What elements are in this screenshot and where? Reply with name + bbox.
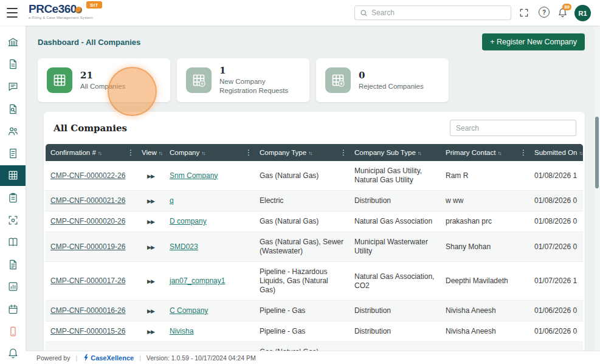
company-cell: Shany — [165, 342, 255, 351]
company-rejected-icon — [325, 67, 351, 93]
confirmation-link[interactable]: CMP-CNF-0000015-26 — [50, 327, 125, 335]
file-search-icon — [7, 103, 19, 115]
stat-card-all-companies[interactable]: 21 All Companies — [38, 58, 170, 102]
company-link[interactable]: Snm Company — [170, 171, 218, 180]
column-menu-icon[interactable]: ⋮ — [245, 148, 252, 157]
help-icon[interactable]: ? — [539, 7, 550, 18]
company-link[interactable]: SMD023 — [170, 242, 198, 251]
confirmation-link[interactable]: CMP-CNF-0000019-26 — [50, 242, 125, 251]
confirmation-cell: CMP-CNF-0000021-26 — [46, 191, 137, 211]
sidebar-item-chat[interactable] — [0, 76, 26, 97]
column-header-company-type[interactable]: Company Type↑↓⋮ — [255, 144, 350, 161]
company-sub-type-cell: Distribution — [350, 301, 441, 321]
sort-icon[interactable]: ↑↓ — [418, 150, 421, 156]
primary-contact-cell: Shany Primary Contact — [441, 342, 529, 351]
column-header-view[interactable]: View↑↓ — [137, 144, 165, 161]
chat-icon — [7, 81, 19, 92]
chart-icon — [7, 281, 19, 292]
submitted-on-cell: 01/08/2026 0 — [529, 191, 583, 211]
sidebar-item-bank[interactable] — [0, 32, 26, 53]
sidebar-item-chart[interactable] — [0, 276, 26, 298]
sidebar-item-users[interactable] — [0, 120, 26, 142]
company-link[interactable]: jan07_compnay1 — [170, 276, 225, 285]
company-link[interactable]: q — [170, 196, 174, 205]
sort-icon[interactable]: ↑↓ — [308, 150, 312, 156]
confirmation-cell: CMP-CNF-0000022-26 — [46, 161, 137, 191]
stat-card-new-requests[interactable]: 1 New Company Registration Requests — [177, 58, 309, 102]
confirmation-link[interactable]: CMP-CNF-0000016-26 — [50, 306, 125, 315]
file-lines-icon — [7, 148, 19, 159]
stat-value: 21 — [80, 70, 125, 81]
sidebar-item-document[interactable] — [0, 254, 26, 275]
companies-table: Confirmation #↑↓⋮View↑↓Company↑↓⋮Company… — [46, 144, 583, 351]
company-type-cell: Pipeline - Hazardous Liquids, Gas (Natur… — [255, 262, 350, 301]
notification-bell-icon[interactable]: 89 — [557, 7, 568, 18]
company-cell: jan07_compnay1 — [165, 262, 255, 301]
column-menu-icon[interactable]: ⋮ — [127, 148, 134, 157]
sidebar-item-book[interactable] — [0, 232, 26, 253]
sort-icon[interactable]: ↑↓ — [98, 150, 102, 156]
sort-icon[interactable]: ↑↓ — [201, 150, 205, 156]
footer-divider: | — [75, 354, 77, 362]
column-header-primary-contact[interactable]: Primary Contact↑↓⋮ — [441, 144, 529, 161]
column-label: Company Sub Type — [354, 149, 416, 156]
view-icon[interactable]: ▶▶ — [147, 329, 154, 335]
footer: Powered by | CaseXellence | Version: 1.0… — [26, 351, 600, 364]
column-header-submitted-on[interactable]: Submitted On↑↓ — [529, 144, 583, 161]
bank-icon — [7, 36, 19, 48]
notification-count-badge: 89 — [562, 4, 571, 10]
stat-card-rejected[interactable]: 0 Rejected Companies — [316, 58, 449, 102]
submitted-on-cell: 01/08/2026 0 — [529, 211, 583, 232]
fullscreen-icon[interactable] — [519, 7, 529, 18]
sidebar-item-clipboard[interactable] — [0, 187, 26, 208]
view-icon[interactable]: ▶▶ — [147, 173, 154, 179]
register-new-company-button[interactable]: + Register New Company — [482, 33, 585, 50]
confirmation-link[interactable]: CMP-CNF-0000017-26 — [50, 276, 125, 285]
file-icon — [7, 58, 19, 70]
sidebar-item-scan[interactable] — [0, 210, 26, 231]
sidebar-item-file-search[interactable] — [0, 98, 26, 120]
column-header-company-sub-type[interactable]: Company Sub Type↑↓ — [350, 144, 441, 161]
confirmation-cell: CMP-CNF-0000016-26 — [46, 301, 137, 321]
user-avatar[interactable]: R1 — [574, 5, 591, 21]
companies-table-wrap: Confirmation #↑↓⋮View↑↓Company↑↓⋮Company… — [46, 144, 583, 351]
main-content: Dashboard - All Companies + Register New… — [26, 26, 594, 351]
sidebar-item-companies[interactable] — [0, 165, 26, 187]
calendar-icon — [7, 303, 19, 315]
sidebar-item-file-lines[interactable] — [0, 143, 26, 164]
view-icon[interactable]: ▶▶ — [147, 308, 154, 314]
page-scrollbar-thumb[interactable] — [595, 117, 599, 188]
confirmation-link[interactable]: CMP-CNF-0000020-26 — [50, 217, 125, 225]
company-link[interactable]: D company — [170, 217, 207, 225]
view-icon[interactable]: ▶▶ — [147, 278, 154, 284]
hamburger-menu-icon[interactable] — [7, 8, 18, 18]
view-icon[interactable]: ▶▶ — [147, 198, 154, 204]
view-icon[interactable]: ▶▶ — [147, 219, 154, 225]
primary-contact-cell: Deepthi Maviladeth — [441, 262, 529, 301]
column-label: Company Type — [260, 149, 306, 156]
confirmation-link[interactable]: CMP-CNF-0000021-26 — [50, 196, 125, 205]
column-menu-icon[interactable]: ⋮ — [340, 148, 347, 157]
company-link[interactable]: C Company — [170, 306, 208, 315]
sidebar-item-device[interactable] — [0, 321, 26, 342]
sort-icon[interactable]: ↑↓ — [497, 150, 501, 156]
sidebar-item-bell[interactable] — [0, 343, 26, 364]
company-link[interactable]: Nivisha — [170, 327, 193, 335]
app-root: PRCe360 e-Filing & Case Management Syste… — [0, 0, 600, 364]
global-search-input[interactable] — [371, 9, 506, 17]
column-menu-icon[interactable]: ⋮ — [520, 148, 527, 157]
table-search-input[interactable] — [450, 120, 576, 136]
sidebar-item-calendar[interactable] — [0, 298, 26, 320]
company-cell: SMD023 — [165, 232, 255, 262]
submitted-on-cell: 01/07/2026 0 — [529, 232, 583, 262]
sort-icon[interactable]: ↑↓ — [159, 150, 162, 156]
sort-icon[interactable]: ↑↓ — [579, 150, 582, 156]
view-icon[interactable]: ▶▶ — [147, 244, 154, 250]
sidebar-item-file[interactable] — [0, 54, 26, 75]
company-type-cell: Pipeline - Gas — [255, 321, 350, 342]
confirmation-link[interactable]: CMP-CNF-0000022-26 — [50, 171, 125, 180]
app-logo[interactable]: PRCe360 e-Filing & Case Management Syste… — [29, 3, 93, 19]
column-header-company[interactable]: Company↑↓⋮ — [165, 144, 255, 161]
column-header-confirmation[interactable]: Confirmation #↑↓⋮ — [46, 144, 137, 161]
company-sub-type-cell: Distribution — [350, 321, 441, 342]
